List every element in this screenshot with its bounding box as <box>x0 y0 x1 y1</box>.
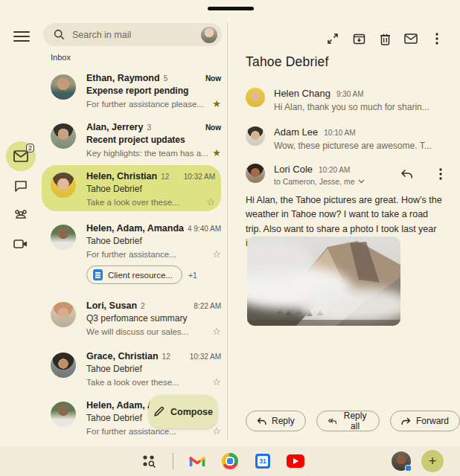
taskbar-avatar[interactable] <box>392 451 411 471</box>
thread-count: 4 <box>188 225 192 233</box>
avatar <box>51 353 76 378</box>
message-snippet: Wow, these picturese are awesome. T... <box>274 141 432 151</box>
inbox-section-label: Inbox <box>51 53 71 62</box>
message-expanded-header[interactable]: Lori Cole 10:20 AM to Cameron, Jesse, me <box>246 164 450 186</box>
taskbar-divider <box>173 453 173 469</box>
account-avatar[interactable] <box>201 27 217 43</box>
add-button[interactable]: + <box>421 450 444 472</box>
calendar-app-icon[interactable]: 31 <box>254 452 272 470</box>
avatar <box>246 164 265 183</box>
thread-title: Tahoe Debrief <box>246 54 329 70</box>
unread-badge: 2 <box>26 144 34 152</box>
chrome-app-icon[interactable] <box>221 452 239 470</box>
forward-arrow-icon <box>401 417 411 425</box>
email-snippet: For further assistance... <box>86 250 208 259</box>
message-sender: Helen Chang <box>274 88 330 99</box>
search-bar[interactable]: Search in mail <box>43 23 222 46</box>
email-subject: Q3 perfomance summary <box>86 313 221 324</box>
email-row-selected[interactable]: Helen, Christian 12 10:32 AM Tahoe Debri… <box>42 165 221 211</box>
forward-button[interactable]: Forward <box>390 411 460 431</box>
thread-count: 12 <box>162 353 170 361</box>
star-icon[interactable]: ☆ <box>212 248 221 260</box>
avatar-badge <box>405 465 412 472</box>
sender-name: Ethan, Raymond <box>86 73 160 83</box>
star-icon[interactable]: ★ <box>212 98 221 109</box>
doc-icon <box>93 269 103 280</box>
sender-name: Grace, Christian <box>86 351 159 361</box>
avatar <box>246 126 265 146</box>
sender-name: Helen, Adam, Amanda <box>86 223 184 234</box>
sender-name: Lori, Susan <box>86 300 137 311</box>
menu-icon[interactable] <box>13 28 30 40</box>
message-collapsed[interactable]: Helen Chang 9:30 AM Hi Alan, thank you s… <box>246 88 450 112</box>
rail-item-meet[interactable] <box>6 229 36 259</box>
rail-item-mail[interactable]: 2 <box>6 141 36 171</box>
message-collapsed[interactable]: Adam Lee 10:10 AM Wow, these picturese a… <box>246 126 450 151</box>
reply-button[interactable]: Reply <box>246 411 306 431</box>
star-icon[interactable]: ☆ <box>206 196 215 208</box>
delete-icon[interactable] <box>376 30 394 48</box>
thread-count: 3 <box>147 123 151 132</box>
attachment-chip[interactable]: Client resource... <box>86 266 182 284</box>
reply-icon[interactable] <box>397 165 415 183</box>
thread-count: 5 <box>164 74 168 83</box>
thread-reply-actions: Reply Reply all Forward <box>246 411 460 431</box>
star-icon[interactable]: ★ <box>212 147 221 158</box>
spaces-icon <box>13 208 29 220</box>
message-sender: Lori Cole <box>274 164 313 175</box>
email-row[interactable]: Grace, Christian 12 10:32 AM Tahoe Debri… <box>42 345 227 394</box>
email-row[interactable]: Helen, Adam, Amanda 4 9:40 AM Tahoe Debr… <box>42 217 227 295</box>
message-time: 10:10 AM <box>324 129 355 137</box>
expand-icon[interactable] <box>324 30 342 48</box>
rail-item-chat[interactable] <box>6 171 36 201</box>
avatar <box>51 123 76 149</box>
star-icon[interactable]: ☆ <box>212 376 221 387</box>
email-row[interactable]: Lori, Susan 2 8:22 AM Q3 perfomance summ… <box>42 295 227 345</box>
email-snippet: For further assistance please... <box>86 100 208 109</box>
email-snippet: Key highlights: the team has a... <box>86 149 208 158</box>
app-search-icon[interactable] <box>140 452 158 470</box>
email-time: 8:22 AM <box>194 302 221 310</box>
thread-actions <box>324 30 446 48</box>
star-icon[interactable]: ☆ <box>212 425 221 437</box>
yosemite-photo[interactable] <box>247 237 400 326</box>
youtube-app-icon[interactable] <box>287 452 304 470</box>
gmail-app-icon[interactable] <box>188 452 206 470</box>
more-options-icon[interactable] <box>428 30 446 48</box>
compose-button[interactable]: Compose <box>149 395 217 428</box>
compose-label: Compose <box>170 407 213 417</box>
avatar <box>51 74 76 100</box>
message-more-icon[interactable] <box>432 165 450 183</box>
email-snippet: Take a look over these... <box>86 198 202 207</box>
email-time: 10:32 AM <box>184 173 215 181</box>
search-placeholder: Search in mail <box>72 30 201 40</box>
email-snippet: We will discuss our sales... <box>86 327 208 336</box>
avatar <box>51 225 76 250</box>
message-recipients: to Cameron, Jesse, me <box>274 177 355 186</box>
message-time: 9:30 AM <box>336 90 364 98</box>
rail-item-spaces[interactable] <box>6 199 36 229</box>
reply-all-arrow-icon <box>328 417 336 425</box>
star-icon[interactable]: ☆ <box>212 326 221 337</box>
avatar <box>51 302 76 327</box>
sender-name: Helen, Adam, A <box>86 400 154 411</box>
email-list-pane: Search in mail Inbox Ethan, Raymond 5 No… <box>42 0 227 446</box>
search-icon <box>54 29 65 40</box>
thread-count: 12 <box>161 173 169 181</box>
avatar <box>246 88 265 107</box>
thread-count: 2 <box>141 302 145 310</box>
mark-unread-icon[interactable] <box>402 30 420 48</box>
email-time: 9:40 AM <box>194 225 221 233</box>
message-time: 10:20 AM <box>319 166 350 174</box>
email-row[interactable]: Alan, Jerrery 3 Now Recent project updat… <box>42 116 227 165</box>
sender-name: Alan, Jerrery <box>86 122 143 132</box>
email-time: Now <box>205 74 221 83</box>
attachment-extra-count: +1 <box>188 271 197 280</box>
message-snippet: Hi Alan, thank you so much for sharin... <box>274 102 429 112</box>
archive-icon[interactable] <box>350 30 368 48</box>
pencil-icon <box>153 406 164 417</box>
avatar <box>51 173 76 198</box>
chevron-down-icon[interactable] <box>358 179 365 184</box>
email-row[interactable]: Ethan, Raymond 5 Now Expense report pend… <box>42 67 227 116</box>
reply-all-button[interactable]: Reply all <box>316 411 380 431</box>
